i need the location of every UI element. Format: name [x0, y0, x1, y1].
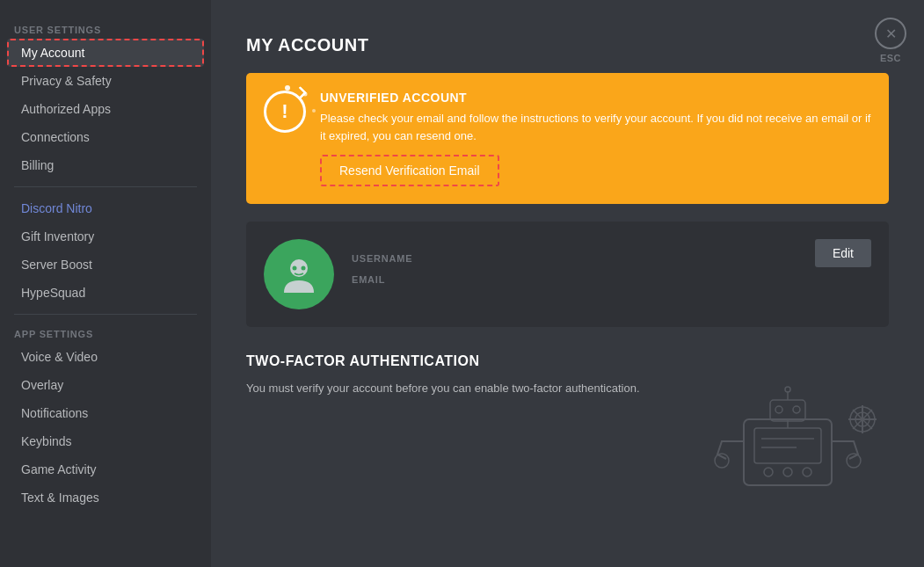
esc-button[interactable]: ✕ ESC	[875, 18, 906, 63]
sidebar-item-label-notifications: Notifications	[21, 406, 88, 420]
svg-point-10	[764, 468, 773, 476]
sidebar-item-hypesquad[interactable]: HypeSquad	[7, 279, 204, 307]
sidebar-item-discord-nitro[interactable]: Discord Nitro	[7, 194, 204, 222]
tfa-illustration	[687, 380, 889, 503]
sidebar-item-authorized-apps[interactable]: Authorized Apps	[7, 95, 204, 123]
sidebar-item-label-overlay: Overlay	[21, 378, 63, 392]
tfa-svg-icon	[691, 384, 884, 498]
unverified-description: Please check your email and follow the i…	[320, 110, 871, 144]
sidebar-divider-2	[14, 314, 197, 315]
sidebar-item-privacy-safety[interactable]: Privacy & Safety	[7, 67, 204, 95]
svg-rect-7	[754, 428, 821, 463]
tfa-section-title: TWO-FACTOR AUTHENTICATION	[246, 353, 889, 369]
esc-close-icon[interactable]: ✕	[875, 18, 906, 49]
app-settings-section-label: APP SETTINGS	[0, 322, 211, 343]
unverified-icon: !	[264, 91, 306, 133]
svg-point-1	[303, 92, 308, 97]
email-label: EMAIL	[352, 274, 797, 285]
sidebar-item-my-account[interactable]: My Account	[7, 39, 204, 67]
svg-point-2	[312, 109, 316, 113]
tfa-section: TWO-FACTOR AUTHENTICATION You must verif…	[246, 353, 889, 503]
sidebar-item-label-billing: Billing	[21, 158, 54, 172]
tfa-container: You must verify your account before you …	[246, 380, 889, 503]
sidebar-item-label-discord-nitro: Discord Nitro	[21, 201, 92, 215]
sidebar-divider-1	[14, 186, 197, 187]
svg-point-0	[285, 85, 290, 91]
sidebar-item-label-connections: Connections	[21, 130, 90, 144]
avatar-icon	[277, 252, 321, 296]
sidebar-item-label-text-images: Text & Images	[21, 491, 99, 505]
sidebar-item-label-keybinds: Keybinds	[21, 434, 72, 448]
unverified-text-container: UNVERIFIED ACCOUNT Please check your ema…	[320, 91, 871, 186]
svg-point-20	[793, 406, 800, 413]
account-card: USERNAME EMAIL Edit	[246, 222, 889, 327]
account-info: USERNAME EMAIL	[352, 253, 797, 295]
sidebar-item-gift-inventory[interactable]: Gift Inventory	[7, 222, 204, 251]
main-content: ✕ ESC MY ACCOUNT ! UNVERIFIED ACCOUNT Pl…	[211, 0, 924, 567]
avatar	[264, 239, 334, 309]
sidebar-item-connections[interactable]: Connections	[7, 123, 204, 151]
sidebar-item-game-activity[interactable]: Game Activity	[7, 455, 204, 483]
svg-point-5	[302, 266, 306, 271]
sidebar: USER SETTINGS My Account Privacy & Safet…	[0, 0, 211, 567]
sidebar-item-label-voice-video: Voice & Video	[21, 350, 98, 364]
svg-point-11	[783, 468, 792, 476]
sidebar-item-label-authorized-apps: Authorized Apps	[21, 102, 111, 116]
sidebar-item-label-my-account: My Account	[21, 46, 84, 60]
esc-label: ESC	[880, 53, 901, 63]
user-settings-section-label: USER SETTINGS	[0, 18, 211, 39]
sidebar-item-notifications[interactable]: Notifications	[7, 399, 204, 427]
page-title: MY ACCOUNT	[246, 35, 889, 55]
sidebar-item-label-server-boost: Server Boost	[21, 258, 92, 272]
edit-button[interactable]: Edit	[815, 239, 871, 267]
sidebar-item-keybinds[interactable]: Keybinds	[7, 427, 204, 455]
sidebar-item-label-hypesquad: HypeSquad	[21, 286, 85, 300]
svg-point-4	[293, 266, 297, 271]
sidebar-item-label-gift-inventory: Gift Inventory	[21, 229, 94, 244]
sidebar-item-server-boost[interactable]: Server Boost	[7, 251, 204, 279]
svg-rect-6	[744, 419, 832, 485]
unverified-banner: ! UNVERIFIED ACCOUNT Please check your e…	[246, 73, 889, 204]
resend-verification-button[interactable]: Resend Verification Email	[320, 155, 499, 186]
sidebar-item-text-images[interactable]: Text & Images	[7, 483, 204, 512]
sidebar-item-voice-video[interactable]: Voice & Video	[7, 343, 204, 371]
svg-point-19	[775, 406, 782, 413]
tfa-description: You must verify your account before you …	[246, 380, 651, 398]
svg-point-12	[803, 468, 811, 476]
unverified-title: UNVERIFIED ACCOUNT	[320, 91, 871, 105]
exclamation-icon: !	[281, 100, 287, 123]
sidebar-item-label-game-activity: Game Activity	[21, 462, 97, 476]
email-field: EMAIL	[352, 274, 797, 285]
sidebar-item-billing[interactable]: Billing	[7, 151, 204, 179]
username-field: USERNAME	[352, 253, 797, 264]
sidebar-item-label-privacy-safety: Privacy & Safety	[21, 74, 112, 88]
username-label: USERNAME	[352, 253, 797, 264]
sidebar-item-overlay[interactable]: Overlay	[7, 371, 204, 399]
